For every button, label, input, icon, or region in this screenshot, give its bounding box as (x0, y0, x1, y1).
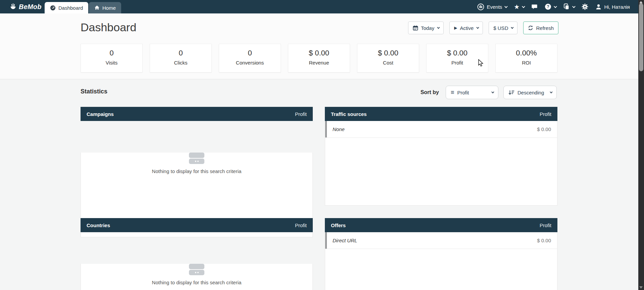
stat-value: $ 0.00 (357, 49, 419, 57)
chevron-down-icon (511, 26, 514, 29)
statistics-heading: Statistics (81, 88, 107, 95)
tab-dashboard-label: Dashboard (58, 5, 83, 11)
stat-label: ROI (496, 60, 557, 66)
scroll-up-arrow-icon[interactable] (639, 1, 643, 3)
chat-button[interactable] (531, 4, 538, 10)
star-icon: ★ (514, 4, 519, 10)
mouse-cursor (477, 59, 485, 67)
settings-button[interactable] (582, 3, 588, 10)
stat-card-profit: $ 0.00 Profit (426, 44, 488, 73)
panel-title: Campaigns (87, 111, 114, 117)
events-menu[interactable]: Events (477, 3, 507, 10)
bemob-logo[interactable]: BeMob (9, 0, 42, 13)
stat-card-visits: 0 Visits (81, 44, 143, 73)
countries-panel-body: Nothing to display for this search crite… (81, 264, 313, 290)
date-range-button[interactable]: Today (408, 22, 444, 34)
campaigns-panel-header: Campaigns Profit (81, 107, 313, 121)
table-row[interactable]: None $ 0.00 (325, 121, 557, 138)
favorites-menu[interactable]: ★ (514, 4, 524, 10)
bemob-logo-text: BeMob (19, 3, 42, 11)
tab-home[interactable]: Home (89, 2, 121, 13)
offers-panel-header: Offers Profit (325, 218, 557, 232)
panel-metric-label: Profit (540, 111, 551, 117)
sort-order-dropdown[interactable]: Descending (503, 86, 557, 99)
stat-value: $ 0.00 (427, 49, 488, 57)
dashboard-toolbar: Today ▶ Active $ USD Refresh (408, 22, 558, 34)
svg-text:?: ? (547, 4, 550, 9)
sort-field-value: Profit (457, 90, 469, 95)
scroll-down-arrow-icon[interactable] (639, 286, 643, 289)
refresh-label: Refresh (536, 25, 554, 31)
currency-button[interactable]: $ USD (489, 22, 517, 34)
chat-icon (531, 4, 538, 10)
empty-state-text: Nothing to display for this search crite… (81, 280, 312, 285)
workspace-menu[interactable] (563, 3, 575, 10)
speedometer-icon (50, 5, 56, 11)
stat-value: 0 (219, 49, 281, 57)
stat-card-cost: $ 0.00 Cost (357, 44, 419, 73)
status-filter-button[interactable]: ▶ Active (449, 22, 483, 34)
sort-field-icon: ≡ (451, 89, 454, 95)
home-icon (94, 5, 100, 10)
stat-card-revenue: $ 0.00 Revenue (288, 44, 350, 73)
sort-descending-icon (508, 90, 514, 95)
empty-data-icon (189, 264, 204, 275)
currency-label: $ USD (493, 25, 508, 31)
chevron-down-icon (437, 26, 440, 29)
empty-state: Nothing to display for this search crite… (81, 264, 312, 285)
stat-value: $ 0.00 (288, 49, 350, 57)
sort-order-value: Descending (517, 90, 544, 95)
stat-card-roi: 0.00% ROI (495, 44, 557, 73)
stat-label: Visits (81, 60, 142, 66)
chevron-down-icon (504, 5, 508, 8)
row-value: $ 0.00 (537, 238, 551, 243)
sort-field-dropdown[interactable]: ≡ Profit (446, 86, 498, 99)
empty-state-text: Nothing to display for this search crite… (81, 168, 312, 174)
gear-icon (582, 3, 588, 10)
row-name: None (333, 126, 345, 132)
chevron-down-icon (572, 5, 576, 8)
countries-panel: Countries Profit Nothing to display for … (81, 218, 313, 290)
table-row[interactable]: Direct URL $ 0.00 (325, 232, 557, 249)
sort-controls: Sort by ≡ Profit Descending (420, 86, 557, 99)
page-title: Dashboard (81, 21, 136, 34)
events-label: Events (487, 4, 502, 10)
traffic-sources-panel-header: Traffic sources Profit (325, 107, 557, 121)
panel-metric-label: Profit (295, 111, 307, 117)
row-name: Direct URL (333, 238, 357, 243)
user-greeting: Hi, Наталія (604, 4, 630, 10)
vertical-scrollbar[interactable] (638, 0, 644, 290)
offers-panel-body: Direct URL $ 0.00 (325, 232, 557, 290)
tab-home-label: Home (102, 5, 116, 11)
panel-title: Countries (87, 222, 110, 228)
refresh-button[interactable]: Refresh (523, 22, 558, 34)
panel-metric-label: Profit (295, 222, 307, 228)
tab-dashboard[interactable]: Dashboard (45, 2, 88, 13)
traffic-sources-panel-body: None $ 0.00 (325, 121, 557, 206)
stat-label: Cost (357, 60, 419, 66)
stat-label: Revenue (288, 60, 350, 66)
date-range-label: Today (421, 25, 434, 31)
countries-panel-header: Countries Profit (81, 218, 313, 232)
user-menu[interactable]: Hi, Наталія (595, 4, 630, 10)
panel-title: Traffic sources (331, 111, 367, 117)
sort-by-label: Sort by (420, 89, 439, 95)
offers-panel: Offers Profit Direct URL $ 0.00 (325, 218, 557, 290)
play-icon: ▶ (454, 26, 457, 30)
user-icon (595, 4, 602, 10)
scrollbar-thumb[interactable] (639, 3, 643, 71)
stat-value: 0 (81, 49, 142, 57)
stat-label: Conversions (219, 60, 281, 66)
top-navbar: BeMob Dashboard Home (0, 0, 644, 13)
refresh-icon (528, 25, 533, 31)
bemob-logo-icon (9, 3, 17, 10)
chevron-down-icon (554, 5, 557, 8)
stat-value: 0.00% (496, 49, 557, 57)
chevron-down-icon (550, 90, 552, 93)
calendar-icon (413, 25, 418, 31)
help-menu[interactable]: ? (545, 3, 556, 10)
stat-cards-row: 0 Visits 0 Clicks 0 Conversions $ 0.00 R… (81, 44, 557, 73)
campaigns-panel: Campaigns Profit Nothing to display for … (81, 107, 313, 206)
status-filter-label: Active (460, 25, 474, 31)
stat-card-conversions: 0 Conversions (219, 44, 281, 73)
